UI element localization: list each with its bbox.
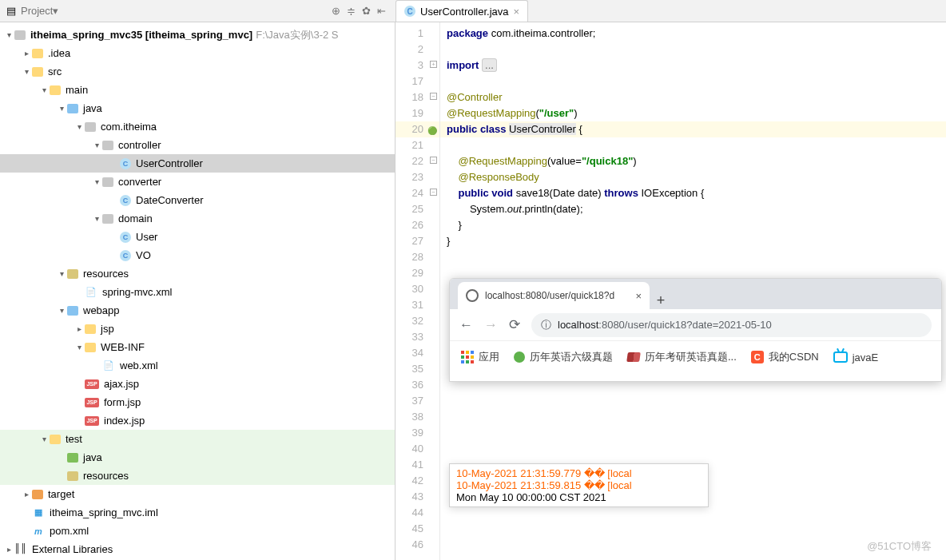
tree-idea[interactable]: ▸.idea	[0, 44, 395, 62]
tree-vo[interactable]: CVO	[0, 246, 395, 264]
tree-root[interactable]: ▾itheima_spring_mvc35 [itheima_spring_mv…	[0, 26, 395, 44]
tree-springmvcxml[interactable]: 📄spring-mvc.xml	[0, 283, 395, 301]
tree-test[interactable]: ▾test	[0, 430, 395, 448]
tree-jsp[interactable]: ▸jsp	[0, 320, 395, 338]
bookmark-1[interactable]: 历年英语六级真题	[514, 350, 613, 364]
tree-webxml[interactable]: 📄web.xml	[0, 356, 395, 375]
console-output: 10-May-2021 21:31:59.779 �� [local 10-Ma…	[449, 463, 709, 507]
dropdown-icon[interactable]: ▾	[53, 5, 58, 17]
tree-webinf[interactable]: ▾WEB-INF	[0, 338, 395, 356]
project-tree[interactable]: ▾itheima_spring_mvc35 [itheima_spring_mv…	[0, 22, 395, 560]
tree-testres[interactable]: resources	[0, 467, 395, 485]
address-bar[interactable]: ⓘ localhost:8080/user/quick18?date=2021-…	[531, 313, 932, 337]
tree-usercontroller[interactable]: CUserController	[0, 154, 395, 173]
tree-main[interactable]: ▾main	[0, 81, 395, 99]
bookmark-2[interactable]: 历年考研英语真题...	[627, 350, 737, 364]
tree-domain[interactable]: ▾domain	[0, 209, 395, 228]
tree-testjava[interactable]: java	[0, 448, 395, 467]
tree-ajaxjsp[interactable]: JSPajax.jsp	[0, 375, 395, 393]
collapse-icon[interactable]: ⇤	[377, 5, 386, 17]
tree-resources[interactable]: ▾resources	[0, 264, 395, 283]
class-icon: C	[404, 6, 415, 17]
tree-extlib[interactable]: ▸║║External Libraries	[0, 540, 395, 558]
info-icon: ⓘ	[541, 318, 551, 332]
tree-iml[interactable]: ▦itheima_spring_mvc.iml	[0, 503, 395, 522]
target-icon[interactable]: ⊕	[332, 5, 340, 17]
bookmark-4[interactable]: javaE	[833, 351, 879, 363]
new-tab-button[interactable]: +	[650, 292, 672, 309]
browser-tab-title: localhost:8080/user/quick18?d	[485, 290, 629, 301]
tree-controller[interactable]: ▾controller	[0, 136, 395, 154]
tab-close-icon[interactable]: ×	[635, 290, 642, 302]
tree-webapp[interactable]: ▾webapp	[0, 301, 395, 320]
tree-java[interactable]: ▾java	[0, 99, 395, 117]
tree-formjsp[interactable]: JSPform.jsp	[0, 393, 395, 411]
bookmark-3[interactable]: C我的CSDN	[751, 350, 819, 364]
tree-user[interactable]: CUser	[0, 228, 395, 246]
tree-converter[interactable]: ▾converter	[0, 173, 395, 191]
bookmarks-bar: 应用 历年英语六级真题 历年考研英语真题... C我的CSDN javaE	[450, 341, 941, 373]
tree-src[interactable]: ▾src	[0, 62, 395, 81]
tree-dateconverter[interactable]: CDateConverter	[0, 191, 395, 209]
back-button[interactable]: ←	[459, 317, 473, 333]
browser-window: localhost:8080/user/quick18?d × + ← → ⟳ …	[449, 278, 942, 382]
gear-icon[interactable]: ✿	[362, 5, 371, 17]
watermark: @51CTO博客	[867, 539, 932, 554]
reload-button[interactable]: ⟳	[509, 316, 520, 333]
project-title: Project	[21, 5, 53, 17]
expand-icon[interactable]: ≑	[347, 5, 356, 17]
browser-tab[interactable]: localhost:8080/user/quick18?d ×	[458, 282, 650, 309]
tree-pkg[interactable]: ▾com.itheima	[0, 117, 395, 136]
project-icon: ▤	[6, 5, 16, 17]
tree-indexjsp[interactable]: JSPindex.jsp	[0, 411, 395, 430]
project-toolbar: ▤ Project ▾ ⊕ ≑ ✿ ⇤	[0, 0, 395, 22]
apps-button[interactable]: 应用	[461, 350, 499, 364]
close-icon[interactable]: ×	[514, 6, 520, 18]
tree-target[interactable]: ▸target	[0, 485, 395, 503]
editor-tab[interactable]: C UserController.java ×	[395, 0, 528, 22]
tab-filename: UserController.java	[420, 6, 509, 18]
gutter: 123+1718−1920🟢2122−2324−2526272829303132…	[395, 22, 440, 560]
globe-icon	[466, 289, 479, 302]
tree-pom[interactable]: mpom.xml	[0, 522, 395, 540]
forward-button[interactable]: →	[484, 317, 498, 333]
